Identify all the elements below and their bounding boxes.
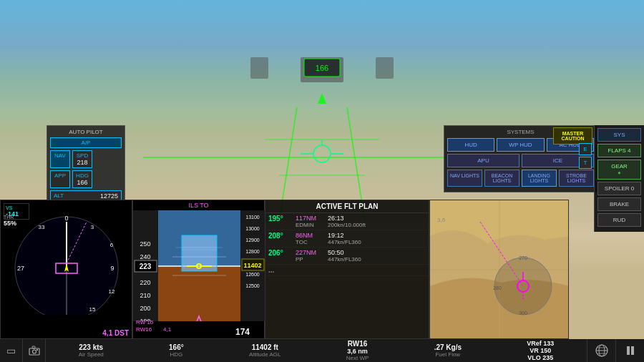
alt-status: 11402 ft Altitude AGL [249, 343, 280, 358]
ap-button[interactable]: A/P [50, 137, 122, 148]
airspeed-label: Air Speed [79, 351, 104, 358]
svg-rect-87 [631, 346, 634, 355]
airspeed-value: 223 kts [79, 343, 104, 351]
strobe-lights-button[interactable]: STROBE LIGHTS [559, 170, 594, 187]
spd-button[interactable]: SPD 218 [72, 150, 92, 168]
alt-value: 11402 ft [249, 343, 280, 351]
left-instrument: VS -141 THR 55% 0 9 18 27 3 6 12 15 33 R… [0, 200, 132, 339]
hsi-compass: 0 9 18 27 3 6 12 15 33 RW16 [1, 200, 133, 315]
gear-button[interactable]: GEAR ● [597, 160, 641, 180]
fp-hdg-1: 195° [268, 215, 296, 228]
autopilot-panel: AUTO PILOT A/P NAV SPD 218 APP HDG 166 A… [47, 125, 125, 207]
e-button[interactable]: E [579, 143, 592, 155]
svg-text:223: 223 [140, 263, 152, 270]
sys-row-3: NAV LIGHTS BEACON LIGHTS LANDING LIGHTS … [447, 170, 594, 187]
hud-button[interactable]: HUD [447, 138, 494, 152]
brake-button[interactable]: BRAKE [597, 197, 641, 211]
nextwp-dist: 3,6 nm [346, 348, 369, 355]
flight-plan-title: ACTIVE FLT PLAN [265, 200, 429, 213]
sys-row-2: APU ICE [447, 154, 594, 167]
svg-text:210: 210 [140, 292, 150, 299]
svg-text:12800: 12800 [245, 249, 260, 254]
fp-wp-2: 86NM TOC [296, 232, 328, 245]
app-button[interactable]: APP [50, 170, 70, 188]
nav-button[interactable]: NAV [50, 150, 70, 168]
master-caution[interactable]: MASTER CAUTION [553, 127, 592, 145]
t-button[interactable]: T [579, 157, 592, 169]
svg-rect-79 [32, 346, 35, 348]
hdg-status: 166° HDG [169, 343, 184, 358]
screen-icon[interactable]: ▭ [0, 339, 23, 362]
svg-text:13100: 13100 [245, 215, 260, 220]
landing-lights-button[interactable]: LANDING LIGHTS [522, 170, 557, 187]
svg-text:270: 270 [519, 255, 527, 260]
ils-display: 250 240 230 220 210 200 190 223 13100 13… [133, 210, 265, 321]
svg-text:200: 200 [140, 305, 150, 312]
vref-line3: VLO 235 [527, 354, 554, 361]
svg-rect-34 [158, 266, 240, 321]
svg-text:6: 6 [110, 242, 114, 248]
svg-text:12900: 12900 [245, 238, 260, 243]
svg-text:240: 240 [140, 253, 150, 260]
nextwp-label: Next WP [346, 355, 369, 361]
nextwp-value: RW16 [346, 340, 369, 348]
pause-icon[interactable] [615, 339, 644, 362]
wp-hud-button[interactable]: WP HUD [497, 138, 544, 152]
vref-status: VRef 133 VR 150 VLO 235 [527, 340, 554, 361]
fp-hdg-2: 208° [268, 232, 296, 245]
hdg-button[interactable]: HDG 166 [72, 170, 92, 188]
nav-lights-button[interactable]: NAV LIGHTS [447, 170, 482, 187]
svg-text:13000: 13000 [245, 226, 260, 231]
hdg-label: HDG [169, 351, 184, 358]
heading-display: 174 [235, 327, 250, 337]
status-bar: 223 kts Air Speed 166° HDG 11402 ft Alti… [46, 340, 587, 361]
fp-wp-1: 117NM EDMIN [296, 215, 328, 228]
fuel-label: Fuel Flow [434, 351, 462, 358]
svg-text:12600: 12600 [245, 272, 260, 277]
ils-label: ILS TO [133, 200, 264, 210]
fp-time-1: 26:13 200kn/10.000ft [328, 215, 364, 228]
svg-text:27: 27 [17, 265, 24, 272]
middle-instrument: ILS TO 250 240 230 220 210 200 190 223 1… [132, 200, 265, 339]
camera-icon[interactable] [23, 339, 46, 362]
flight-plan-panel: ACTIVE FLT PLAN 195° 117NM EDMIN 26:13 2… [265, 200, 429, 339]
fuel-status: .27 Kg/s Fuel Flow [434, 343, 462, 358]
rwy-top: RW 16 [136, 319, 153, 326]
svg-text:9: 9 [110, 265, 114, 272]
approach-dist: 4,1 [163, 326, 171, 333]
svg-rect-86 [627, 346, 630, 355]
svg-text:280: 280 [493, 285, 502, 290]
svg-text:11402: 11402 [243, 262, 261, 269]
bottom-toolbar: ▭ 223 kts Air Speed 166° HDG 11402 ft Al… [0, 339, 644, 362]
sys-button[interactable]: SYS [597, 128, 641, 142]
svg-text:0: 0 [64, 215, 68, 222]
svg-text:300: 300 [519, 310, 527, 315]
spoiler-button[interactable]: SPOILER 0 [597, 182, 641, 195]
alt-label: Altitude AGL [249, 351, 280, 358]
fp-time-3: 50:50 447kn/FL360 [328, 249, 364, 263]
svg-text:3: 3 [91, 224, 94, 230]
hdg-value: 166° [169, 343, 184, 351]
fp-wp-3: 227NM PP [296, 249, 328, 263]
fp-row-3: 206° 227NM PP 50:50 447kn/FL360 [265, 248, 429, 265]
flaps-button[interactable]: FLAPS 4 [597, 144, 641, 157]
vref-line1: VRef 133 [527, 340, 554, 347]
globe-icon[interactable] [587, 339, 615, 362]
fp-hdg-4: ... [268, 266, 296, 274]
ap-title: AUTO PILOT [50, 129, 122, 135]
map-svg: 270 300 280 3,6 [430, 200, 569, 339]
map-panel: 270 300 280 3,6 [429, 200, 569, 339]
svg-text:220: 220 [140, 279, 150, 286]
beacon-lights-button[interactable]: BEACON LIGHTS [484, 170, 519, 187]
fp-row-4: ... [265, 265, 429, 276]
svg-text:12: 12 [109, 288, 115, 295]
apu-button[interactable]: APU [447, 154, 519, 167]
dist-readout: 4,1 DST [102, 329, 129, 337]
rwy-bot: RW16 [136, 326, 152, 333]
airspeed-status: 223 kts Air Speed [79, 343, 104, 358]
et-buttons: E T [579, 143, 592, 169]
nextwp-status: RW16 3,6 nm Next WP [346, 340, 369, 361]
svg-rect-80 [36, 349, 38, 351]
rud-button[interactable]: RUD [597, 213, 641, 227]
svg-text:250: 250 [140, 240, 150, 248]
